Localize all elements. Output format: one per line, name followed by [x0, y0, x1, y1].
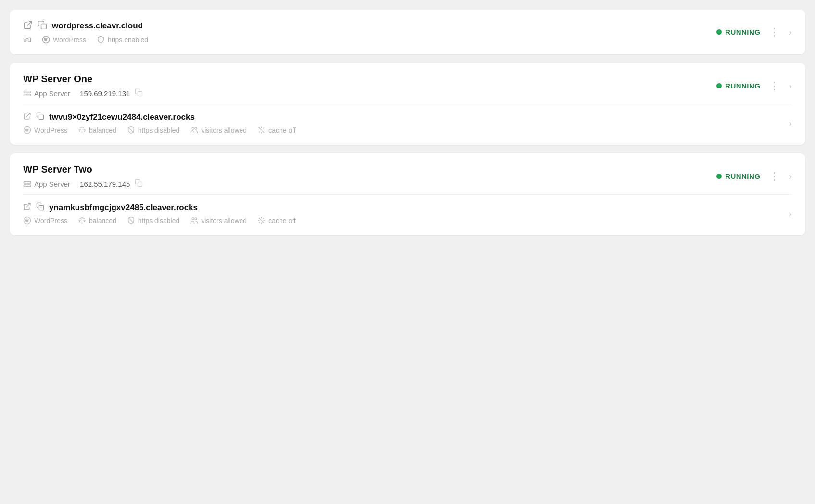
wordpress-label: WordPress [53, 36, 86, 44]
server-card-actions: RUNNING ⋮ › [716, 79, 792, 93]
server-status-badge: RUNNING [716, 82, 760, 90]
svg-point-34 [192, 218, 194, 220]
site-wordpress-label: WordPress [34, 126, 67, 134]
site-copy-icon[interactable] [36, 112, 44, 122]
site-wordpress-meta: W WordPress [23, 126, 67, 134]
more-options-button[interactable]: ⋮ [767, 25, 782, 39]
site-meta-row: W WordPress balanced https disabled visi… [23, 126, 789, 134]
site-external-link-icon[interactable] [23, 112, 31, 122]
site2-external-link-icon[interactable] [23, 202, 31, 213]
site2-wordpress-label: WordPress [34, 217, 67, 225]
site-title: wordpress.cleavr.cloud [52, 21, 143, 31]
svg-point-20 [192, 127, 194, 129]
server2-ip: 162.55.179.145 [80, 180, 130, 188]
site-url: twvu9×0zyf21cewu2484.cleaver.rocks [49, 113, 195, 122]
svg-text:W: W [25, 129, 28, 132]
site2-https-meta: https disabled [127, 216, 179, 225]
server2-site-section: ynamkusbfmgcjgxv2485.cleaver.rocks W Wor… [23, 194, 792, 225]
site2-cache-label: cache off [268, 217, 296, 225]
status-badge: RUNNING [716, 28, 760, 36]
server-ip: 159.69.219.131 [80, 89, 130, 98]
site-https-label: https disabled [138, 126, 179, 134]
svg-rect-3 [24, 40, 26, 42]
server2-more-options-button[interactable]: ⋮ [767, 169, 782, 184]
svg-text:W: W [25, 219, 28, 222]
svg-text:W: W [44, 38, 47, 41]
site-info: twvu9×0zyf21cewu2484.cleaver.rocks W Wor… [23, 112, 789, 134]
site2-row-inner: ynamkusbfmgcjgxv2485.cleaver.rocks W Wor… [23, 202, 792, 225]
site-https-meta: https disabled [127, 126, 179, 134]
server2-status-dot [716, 174, 722, 179]
site2-copy-icon[interactable] [36, 202, 44, 213]
site2-wordpress-meta: W WordPress [23, 216, 67, 225]
svg-rect-29 [39, 205, 43, 210]
site2-visitors-meta: visitors allowed [190, 216, 247, 225]
card-title-area: wordpress.cleavr.cloud W WordPress https… [23, 20, 148, 44]
wordpress-site-card: wordpress.cleavr.cloud W WordPress https… [10, 10, 805, 54]
https-label: https enabled [108, 36, 148, 44]
svg-rect-2 [24, 38, 26, 39]
site2-balance-meta: balanced [78, 216, 116, 225]
server-chevron-right-icon[interactable]: › [789, 80, 792, 91]
server-status-dot [716, 83, 722, 88]
server2-status-badge: RUNNING [716, 172, 760, 180]
server-title-row: WP Server One [23, 74, 143, 85]
external-link-icon[interactable] [23, 20, 33, 32]
svg-line-28 [26, 203, 30, 207]
site-visitors-label: visitors allowed [201, 126, 247, 134]
site-title-row: wordpress.cleavr.cloud [23, 20, 148, 32]
site-visitors-meta: visitors allowed [190, 126, 247, 134]
site-cache-label: cache off [268, 126, 296, 134]
site-chevron-right-icon[interactable]: › [789, 118, 792, 129]
server2-meta-row: App Server 162.55.179.145 [23, 179, 143, 189]
svg-rect-15 [39, 115, 43, 119]
server2-ip-meta: 162.55.179.145 [80, 179, 143, 189]
copy-ip-icon[interactable] [135, 88, 143, 98]
site2-chevron-right-icon[interactable]: › [789, 208, 792, 219]
server2-type-meta: App Server [23, 180, 70, 188]
site-meta-row: W WordPress https enabled [23, 36, 148, 44]
server-status-label: RUNNING [725, 82, 760, 90]
svg-point-21 [195, 127, 197, 129]
server2-card-actions: RUNNING ⋮ › [716, 169, 792, 184]
site2-url: ynamkusbfmgcjgxv2485.cleaver.rocks [49, 203, 198, 213]
svg-line-14 [26, 113, 30, 117]
server-title: WP Server One [23, 74, 92, 85]
network-meta [23, 36, 31, 44]
wp-server-two-card: WP Server Two App Server 162.55.179.145 … [10, 153, 805, 235]
site2-cache-meta: cache off [257, 216, 296, 225]
svg-rect-1 [41, 24, 47, 29]
server-site-section: twvu9×0zyf21cewu2484.cleaver.rocks W Wor… [23, 104, 792, 134]
server2-title: WP Server Two [23, 164, 92, 175]
site2-balanced-label: balanced [89, 217, 116, 225]
svg-rect-27 [138, 182, 142, 186]
site-balance-meta: balanced [78, 126, 116, 134]
server-title-area: WP Server One App Server 159.69.219.131 [23, 74, 143, 98]
https-meta: https enabled [97, 36, 148, 44]
server2-card-header: WP Server Two App Server 162.55.179.145 … [23, 164, 792, 189]
wp-server-one-card: WP Server One App Server 159.69.219.131 … [10, 63, 805, 145]
server-type-label: App Server [34, 89, 70, 98]
server-card-header: WP Server One App Server 159.69.219.131 … [23, 74, 792, 98]
site2-visitors-label: visitors allowed [201, 217, 247, 225]
status-label: RUNNING [725, 28, 760, 36]
wordpress-meta: W WordPress [42, 36, 86, 44]
server-type-meta: App Server [23, 89, 70, 98]
site2-title-row: ynamkusbfmgcjgxv2485.cleaver.rocks [23, 202, 789, 213]
site2-https-label: https disabled [138, 217, 179, 225]
chevron-right-icon[interactable]: › [789, 26, 792, 38]
server-more-options-button[interactable]: ⋮ [767, 79, 782, 93]
server-meta-row: App Server 159.69.219.131 [23, 88, 143, 98]
server2-status-label: RUNNING [725, 172, 760, 180]
site-title-row: twvu9×0zyf21cewu2484.cleaver.rocks [23, 112, 789, 122]
server2-type-label: App Server [34, 180, 70, 188]
status-dot [716, 29, 722, 35]
copy-ip2-icon[interactable] [135, 179, 143, 189]
card-actions: RUNNING ⋮ › [716, 25, 792, 39]
svg-point-35 [195, 218, 197, 220]
site-cache-meta: cache off [257, 126, 296, 134]
svg-line-0 [27, 22, 31, 26]
server2-chevron-right-icon[interactable]: › [789, 171, 792, 182]
copy-url-icon[interactable] [38, 20, 47, 32]
site2-meta-row: W WordPress balanced https disabled visi… [23, 216, 789, 225]
